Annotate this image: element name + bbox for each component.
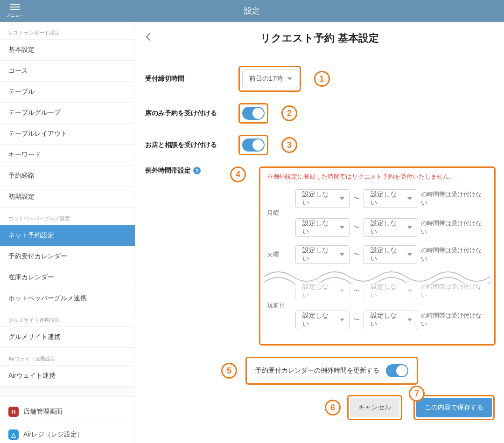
day-preholiday: 祝前日 (267, 301, 288, 310)
tilde-icon: 〜 (353, 316, 360, 324)
menu-button[interactable]: メニュー (0, 0, 29, 22)
callout-3: 3 (281, 137, 297, 153)
airregi-icon: △ (8, 429, 19, 440)
store-admin-icon: H (8, 407, 19, 417)
range-suffix: の時間帯は受け付けない (421, 283, 488, 299)
select-preholiday-to-2[interactable]: 設定しない (364, 311, 418, 329)
sidebar-item-basic[interactable]: 基本設定 (0, 40, 135, 61)
sidebar-section-gourmet: グルメサイト連携設定 (0, 309, 135, 327)
label-deadline: 受付締切時間 (144, 75, 225, 83)
select-preholiday-from-2[interactable]: 設定しない (295, 311, 350, 329)
range-suffix: の時間帯は受け付けない (421, 311, 488, 328)
calendar-update-label: 予約受付カレンダーの例外時間を更新する (255, 367, 379, 375)
store-admin-label: 店舗管理画面 (23, 408, 63, 416)
select-mon-from-1[interactable]: 設定しない (295, 189, 350, 208)
sidebar-item-store-admin[interactable]: H 店舗管理画面 (0, 401, 135, 423)
sidebar-item-initial[interactable]: 初期設定 (0, 187, 135, 208)
label-exception-text: 例外時間帯設定 (145, 166, 191, 175)
chevron-down-icon (340, 253, 344, 256)
tilde-icon: 〜 (353, 194, 360, 203)
exception-note: ※例外設定に登録した時間帯はリクエスト予約を受付いたしません。 (267, 173, 488, 181)
sidebar-spacer (0, 387, 135, 397)
callout-4: 4 (230, 166, 246, 182)
callout-5: 5 (221, 363, 237, 379)
range-suffix: の時間帯は受け付けない (421, 190, 488, 207)
sidebar-item-keyword[interactable]: キーワード (0, 145, 135, 166)
hamburger-icon (10, 4, 20, 10)
select-preholiday-from-1[interactable]: 設定しない (295, 282, 350, 300)
callout-7: 7 (409, 386, 425, 401)
cancel-button[interactable]: キャンセル (350, 398, 399, 417)
help-icon[interactable]: ? (193, 167, 201, 174)
chevron-down-icon (340, 226, 344, 229)
chevron-down-icon (340, 290, 344, 292)
sidebar-item-airregi[interactable]: △ Airレジ（レジ設定） (0, 423, 135, 443)
header-title: 設定 (0, 6, 504, 16)
sidebar-section-restaurant-board: レストランボード設定 (0, 22, 135, 40)
sidebar: レストランボード設定 基本設定 コース テーブル テーブルグループ テーブルレイ… (0, 22, 135, 443)
toggle-calendar-update[interactable] (386, 364, 408, 377)
callout-6: 6 (325, 400, 341, 415)
sidebar-item-stock-calendar[interactable]: 在庫カレンダー (0, 267, 135, 288)
label-seat-only: 席のみ予約を受け付ける (144, 109, 225, 118)
sidebar-item-table-layout[interactable]: テーブルレイアウト (0, 124, 135, 145)
tilde-icon: 〜 (353, 223, 360, 232)
sidebar-item-reserve-route[interactable]: 予約経路 (0, 166, 135, 187)
menu-label: メニュー (7, 13, 23, 19)
airregi-label: Airレジ（レジ設定） (23, 430, 84, 439)
chevron-down-icon (407, 290, 412, 292)
toggle-seat-only[interactable] (242, 107, 265, 120)
chevron-down-icon (287, 77, 292, 80)
sidebar-item-hotpepper-link[interactable]: ホットペッパーグルメ連携 (0, 288, 135, 309)
save-button[interactable]: この内容で保存する (416, 398, 492, 417)
chevron-down-icon (407, 318, 412, 321)
sidebar-item-airwait-link[interactable]: Airウェイト連携 (0, 366, 135, 387)
chevron-down-icon (340, 197, 344, 200)
chevron-down-icon (407, 197, 412, 200)
select-preholiday-to-1[interactable]: 設定しない (364, 282, 418, 300)
day-mon: 月曜 (267, 209, 288, 217)
toggle-consult[interactable] (242, 138, 265, 152)
label-exception: 例外時間帯設定 ? (144, 166, 225, 175)
select-tue-to-1[interactable]: 設定しない (364, 245, 418, 264)
sidebar-section-airwait: Airウェイト連携設定 (0, 348, 135, 366)
select-mon-to-2[interactable]: 設定しない (364, 218, 418, 237)
day-tue: 火曜 (267, 250, 288, 259)
select-deadline-value: 前日の17時 (249, 75, 283, 83)
sidebar-item-reserve-calendar[interactable]: 予約受付カレンダー (0, 246, 135, 267)
sidebar-item-net-reserve[interactable]: ネット予約設定 (0, 225, 135, 246)
tilde-icon: 〜 (353, 250, 360, 259)
select-mon-to-1[interactable]: 設定しない (364, 189, 418, 208)
chevron-down-icon (407, 253, 412, 256)
select-mon-from-2[interactable]: 設定しない (295, 218, 350, 237)
sidebar-item-table[interactable]: テーブル (0, 82, 135, 103)
tilde-icon: 〜 (353, 287, 360, 295)
chevron-down-icon (407, 226, 412, 229)
callout-2: 2 (281, 105, 297, 121)
sidebar-section-hotpepper: ホットペッパーグルメ設定 (0, 208, 135, 225)
exception-box: ※例外設定に登録した時間帯はリクエスト予約を受付いたしません。 月曜 設定しない… (259, 166, 496, 346)
page-title: リクエスト予約 基本設定 (260, 31, 378, 45)
sidebar-item-gourmet-link[interactable]: グルメサイト連携 (0, 327, 135, 348)
content-panel: リクエスト予約 基本設定 受付締切時間 前日の17時 1 席のみ予約を受け付ける (135, 22, 504, 443)
callout-1: 1 (314, 71, 330, 87)
chevron-down-icon (340, 318, 344, 321)
select-tue-from-1[interactable]: 設定しない (295, 245, 350, 264)
range-suffix: の時間帯は受け付けない (421, 219, 488, 236)
sidebar-item-table-group[interactable]: テーブルグループ (0, 103, 135, 124)
calendar-update-box: 予約受付カレンダーの例外時間を更新する (245, 357, 418, 385)
label-consult: お店と相談を受け付ける (144, 141, 225, 149)
back-button[interactable] (146, 33, 154, 41)
range-suffix: の時間帯は受け付けない (421, 246, 488, 263)
sidebar-item-course[interactable]: コース (0, 61, 135, 82)
select-deadline[interactable]: 前日の17時 (242, 69, 297, 88)
